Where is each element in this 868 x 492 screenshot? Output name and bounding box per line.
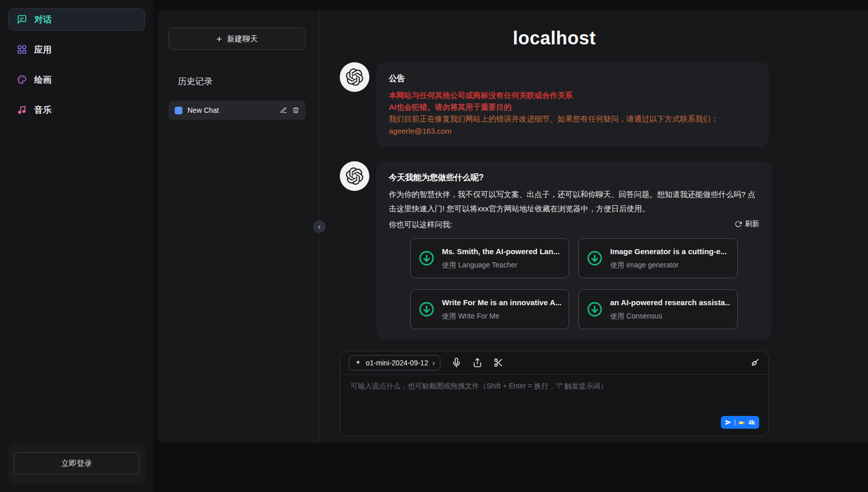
suggestion-card[interactable]: Ms. Smith, the AI-powered Lan... 使用 Lang…	[410, 238, 569, 278]
sparkle-icon	[355, 359, 362, 366]
music-note-icon	[17, 105, 27, 115]
chat-color-swatch	[175, 107, 182, 114]
composer: o1-mini-2024-09-12 ›	[340, 351, 769, 436]
chat-list-item[interactable]: New Chat	[169, 101, 306, 120]
ask-hint: 你也可以这样问我:	[389, 218, 452, 230]
suggestion-card[interactable]: Image Generator is a cutting-e... 使用 ima…	[578, 238, 738, 278]
suggestion-title: Ms. Smith, the AI-powered Lan...	[442, 245, 559, 257]
circle-arrow-down-icon	[586, 250, 603, 267]
suggestion-subtitle: 使用 Consensus	[610, 311, 730, 322]
suggestion-title: an AI-powered research assista...	[610, 297, 730, 308]
sidebar-item-label: 绘画	[34, 74, 52, 86]
welcome-title: 今天我能为您做些什么呢?	[389, 171, 759, 184]
app-root: 对话 应用 绘画 音乐 立即登录 +	[0, 0, 868, 492]
announcement-bubble: 公告 本网站与任何其他公司或商标没有任何关联或合作关系 AI也会犯错。请勿将其用…	[377, 62, 769, 147]
circle-arrow-down-icon	[418, 250, 435, 267]
palette-icon	[17, 75, 27, 85]
broom-icon[interactable]	[750, 358, 760, 367]
suggestion-card[interactable]: an AI-powered research assista... 使用 Con…	[578, 289, 738, 329]
refresh-button[interactable]: 刷新	[735, 218, 759, 230]
send-button[interactable]: 4k	[721, 416, 759, 429]
token-count: 4k	[748, 419, 755, 426]
model-selector[interactable]: o1-mini-2024-09-12 ›	[349, 355, 440, 371]
trash-icon[interactable]	[292, 107, 299, 114]
history-title: 历史记录	[178, 76, 306, 87]
circle-arrow-down-icon	[586, 301, 603, 318]
suggestion-text: Image Generator is a cutting-e... 使用 ima…	[610, 245, 726, 271]
bot-message: 公告 本网站与任何其他公司或商标没有任何关联或合作关系 AI也会犯错。请勿将其用…	[340, 62, 769, 147]
collapse-panel-button[interactable]: ‹	[313, 220, 325, 233]
contact-email-link[interactable]: ageerle@163.com	[389, 125, 452, 137]
chevron-right-icon: ›	[432, 358, 435, 367]
new-chat-label: 新建聊天	[227, 34, 258, 44]
scissors-icon[interactable]	[494, 358, 503, 367]
battery-icon	[738, 419, 745, 426]
suggestion-subtitle: 使用 Write For Me	[442, 311, 561, 322]
bot-message: 今天我能为您做些什么呢? 作为你的智慧伙伴，我不仅可以写文案、出点子，还可以和你…	[340, 161, 769, 339]
plus-icon: +	[216, 34, 222, 44]
microphone-icon[interactable]	[452, 358, 461, 367]
refresh-label: 刷新	[745, 218, 759, 230]
suggestion-grid: Ms. Smith, the AI-powered Lan... 使用 Lang…	[389, 238, 759, 329]
model-name: o1-mini-2024-09-12	[366, 359, 428, 367]
announcement-title: 公告	[389, 72, 757, 85]
sidebar: 对话 应用 绘画 音乐 立即登录	[0, 0, 153, 492]
message-list: 公告 本网站与任何其他公司或商标没有任何关联或合作关系 AI也会犯错。请勿将其用…	[340, 62, 769, 339]
sidebar-item-label: 应用	[34, 44, 52, 56]
chat-bubble-icon	[17, 14, 27, 24]
login-button[interactable]: 立即登录	[14, 452, 139, 475]
upload-icon[interactable]	[473, 358, 482, 367]
new-chat-button[interactable]: + 新建聊天	[169, 28, 306, 50]
openai-logo-avatar	[340, 161, 369, 191]
chat-item-actions	[280, 107, 299, 114]
announcement-line-3: 我们目前正在修复我们网站上的错误并改进细节。如果您有任何疑问，请通过以下方式联系…	[389, 113, 757, 125]
apps-grid-icon	[17, 44, 27, 55]
announcement-line-1: 本网站与任何其他公司或商标没有任何关联或合作关系	[389, 89, 757, 101]
composer-body: 4k	[340, 375, 768, 436]
circle-arrow-down-icon	[418, 301, 435, 318]
welcome-body: 作为你的智慧伙伴，我不仅可以写文案、出点子，还可以和你聊天、回答问题。想知道我还…	[389, 187, 759, 216]
sidebar-item-music[interactable]: 音乐	[8, 99, 145, 121]
main-chat-panel: localhost 公告 本网站与任何其他公司或商标没有任何关联或合作关系 AI…	[319, 10, 868, 443]
page-title: localhost	[340, 28, 769, 49]
sidebar-item-chat[interactable]: 对话	[8, 8, 145, 31]
suggestion-text: Write For Me is an innovative A... 使用 Wr…	[442, 297, 561, 322]
composer-toolbar: o1-mini-2024-09-12 ›	[340, 351, 768, 375]
workspace-panel: + 新建聊天 历史记录 New Chat ‹	[157, 10, 868, 443]
suggestion-subtitle: 使用 image generator	[610, 260, 726, 271]
chevron-left-icon: ‹	[318, 222, 321, 231]
send-plane-icon	[725, 419, 732, 426]
sidebar-item-apps[interactable]: 应用	[8, 38, 145, 61]
badge-divider	[735, 420, 735, 426]
openai-logo-avatar	[340, 62, 369, 92]
edit-icon[interactable]	[280, 107, 287, 114]
sidebar-item-label: 对话	[34, 14, 52, 26]
chat-input[interactable]	[350, 382, 758, 413]
announcement-line-2: AI也会犯错。请勿将其用于重要目的	[389, 101, 757, 113]
chat-item-title: New Chat	[187, 106, 275, 114]
suggestion-subtitle: 使用 Language Teacher	[442, 260, 559, 271]
welcome-bubble: 今天我能为您做些什么呢? 作为你的智慧伙伴，我不仅可以写文案、出点子，还可以和你…	[377, 161, 771, 339]
refresh-icon	[735, 220, 742, 228]
sidebar-item-paint[interactable]: 绘画	[8, 68, 145, 91]
sidebar-item-label: 音乐	[34, 104, 52, 116]
suggestion-text: an AI-powered research assista... 使用 Con…	[610, 297, 730, 322]
suggestion-text: Ms. Smith, the AI-powered Lan... 使用 Lang…	[442, 245, 559, 271]
suggestion-title: Image Generator is a cutting-e...	[610, 245, 726, 257]
login-panel: 立即登录	[8, 443, 145, 484]
suggestion-card[interactable]: Write For Me is an innovative A... 使用 Wr…	[410, 289, 569, 329]
chat-list-panel: + 新建聊天 历史记录 New Chat	[157, 10, 319, 443]
suggestion-title: Write For Me is an innovative A...	[442, 297, 561, 308]
